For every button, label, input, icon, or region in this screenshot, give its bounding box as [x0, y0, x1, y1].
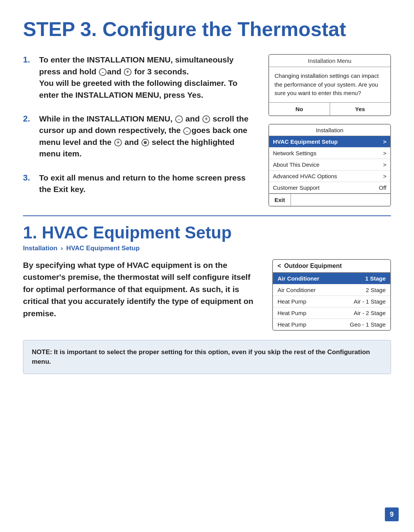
step-2-number: 2.: [23, 113, 34, 124]
menu-row-network-arrow: >: [383, 150, 386, 156]
menu-row-about-arrow: >: [383, 161, 386, 168]
menu-row-support-label: Customer Support: [273, 184, 320, 191]
step-3: 3. To exit all menus and return to the h…: [23, 172, 253, 195]
steps-list: 1. To enter the INSTALLATION MENU, simul…: [23, 54, 253, 195]
svg-text:−: −: [178, 117, 180, 122]
panels-column: Installation Menu Changing installation …: [268, 54, 391, 207]
outdoor-panel: < Outdoor Equipment Air Conditioner 1 St…: [272, 259, 391, 331]
outdoor-row-4-label: Heat Pump: [278, 321, 306, 328]
outdoor-row-3[interactable]: Heat Pump Air - 2 Stage: [273, 307, 390, 319]
outdoor-panel-header: < Outdoor Equipment: [273, 260, 390, 273]
menu-row-network[interactable]: Network Settings >: [269, 148, 390, 159]
outdoor-row-0[interactable]: Air Conditioner 1 Stage: [273, 273, 390, 284]
menu-row-advanced[interactable]: Advanced HVAC Options >: [269, 171, 390, 182]
outdoor-panel-title: Outdoor Equipment: [284, 263, 342, 269]
step-2: 2. While in the INSTALLATION MENU, − and…: [23, 113, 253, 160]
select2-button-icon: [141, 138, 150, 147]
menu-row-hvac-arrow: >: [383, 138, 386, 145]
down-button-icon: +: [202, 115, 210, 123]
outdoor-row-3-label: Heat Pump: [278, 310, 306, 316]
yes-button[interactable]: Yes: [330, 103, 391, 115]
steps-section: 1. To enter the INSTALLATION MENU, simul…: [23, 54, 391, 207]
menu-row-hvac-label: HVAC Equipment Setup: [273, 138, 338, 145]
select1-button-icon: +: [114, 138, 122, 147]
step-1-number: 1.: [23, 54, 34, 65]
menu-row-network-label: Network Settings: [273, 150, 316, 156]
breadcrumb-separator: ›: [61, 245, 64, 252]
no-button[interactable]: No: [269, 103, 330, 115]
outdoor-row-2[interactable]: Heat Pump Air - 1 Stage: [273, 296, 390, 307]
hvac-section-body: By specifying what type of HVAC equipmen…: [23, 259, 391, 331]
exit-row: Exit: [269, 194, 390, 206]
outdoor-row-0-value: 1 Stage: [365, 275, 386, 282]
hvac-section: 1. HVAC Equipment Setup Installation › H…: [23, 223, 391, 374]
back-arrow-icon[interactable]: <: [278, 263, 281, 269]
breadcrumb-part1: Installation: [23, 245, 58, 252]
step-3-number: 3.: [23, 172, 34, 183]
breadcrumb-part2: HVAC Equipment Setup: [66, 245, 140, 252]
menu-row-about-label: About This Device: [273, 161, 319, 168]
outdoor-row-1-value: 2 Stage: [366, 287, 386, 293]
outdoor-row-2-value: Air - 1 Stage: [354, 298, 386, 305]
outdoor-row-3-value: Air - 2 Stage: [354, 310, 386, 316]
menu-row-advanced-arrow: >: [383, 173, 386, 179]
outdoor-row-4[interactable]: Heat Pump Geo - 1 Stage: [273, 319, 390, 330]
back-button-icon: −: [183, 127, 191, 135]
svg-text:−: −: [102, 70, 104, 75]
instructions-column: 1. To enter the INSTALLATION MENU, simul…: [23, 54, 253, 207]
outdoor-row-2-label: Heat Pump: [278, 298, 306, 305]
menu-row-support-value: Off: [379, 184, 386, 191]
page-title: STEP 3. Configure the Thermostat: [23, 18, 391, 40]
installation-menu-footer: No Yes: [269, 102, 390, 115]
breadcrumb: Installation › HVAC Equipment Setup: [23, 245, 391, 252]
right-button-icon: +: [123, 68, 132, 76]
svg-text:−: −: [186, 129, 188, 133]
up-button-icon: −: [175, 115, 183, 123]
exit-button[interactable]: Exit: [269, 194, 291, 206]
step-1: 1. To enter the INSTALLATION MENU, simul…: [23, 54, 253, 101]
step-1-text: To enter the INSTALLATION MENU, simultan…: [39, 54, 253, 101]
menu-row-advanced-label: Advanced HVAC Options: [273, 173, 337, 179]
menu-row-support[interactable]: Customer Support Off: [269, 182, 390, 194]
installation-nav-panel: Installation HVAC Equipment Setup > Netw…: [268, 124, 391, 207]
step-2-text: While in the INSTALLATION MENU, − and + …: [39, 113, 253, 160]
installation-menu-panel: Installation Menu Changing installation …: [268, 54, 391, 116]
outdoor-equipment-panel: < Outdoor Equipment Air Conditioner 1 St…: [272, 259, 391, 331]
installation-nav-title: Installation: [269, 125, 390, 136]
step-3-text: To exit all menus and return to the home…: [39, 172, 253, 195]
svg-point-13: [144, 141, 147, 144]
outdoor-row-0-label: Air Conditioner: [278, 275, 319, 282]
outdoor-row-1-label: Air Conditioner: [278, 287, 315, 293]
menu-row-hvac[interactable]: HVAC Equipment Setup >: [269, 136, 390, 148]
section-divider: [23, 215, 391, 216]
installation-menu-body: Changing installation settings can impac…: [269, 67, 390, 102]
hvac-section-title: 1. HVAC Equipment Setup: [23, 223, 391, 242]
menu-row-about[interactable]: About This Device >: [269, 159, 390, 171]
outdoor-row-1[interactable]: Air Conditioner 2 Stage: [273, 284, 390, 296]
note-box: NOTE: It is important to select the prop…: [23, 340, 391, 374]
svg-text:+: +: [205, 116, 208, 122]
page-number: 9: [385, 507, 399, 521]
outdoor-row-4-value: Geo - 1 Stage: [350, 321, 386, 328]
installation-menu-title: Installation Menu: [269, 55, 390, 67]
hvac-description: By specifying what type of HVAC equipmen…: [23, 259, 257, 331]
left-button-icon: −: [99, 68, 107, 76]
svg-text:+: +: [126, 69, 129, 75]
svg-text:+: +: [117, 139, 120, 145]
